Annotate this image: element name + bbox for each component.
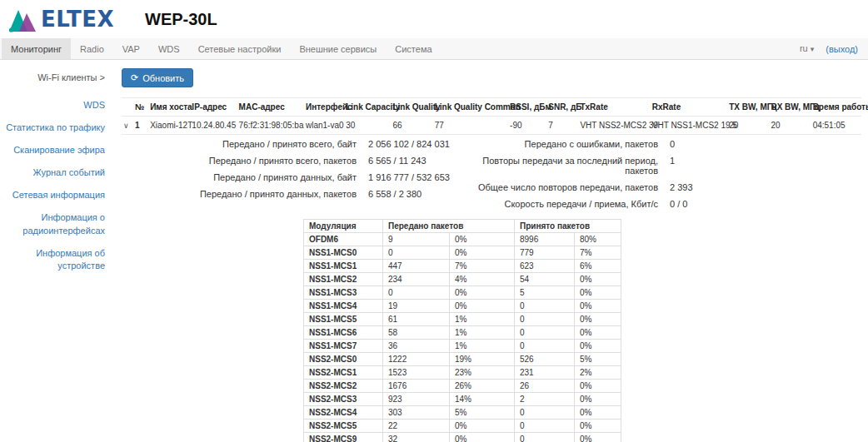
tx-count: 1222 — [383, 353, 450, 366]
tx-percent: 0% — [450, 233, 515, 246]
tx-count: 36 — [383, 340, 450, 353]
modulation-row: OFDM6 9 0% 8996 80% — [304, 233, 621, 246]
modulation-row: NSS1-MCS7 36 1% 0 0% — [304, 340, 621, 353]
stat-label: Передано с ошибками, пакетов — [465, 139, 658, 149]
tx-percent: 23% — [450, 366, 515, 380]
rx-count: 2 — [515, 393, 575, 406]
stat-value: 2 056 102 / 824 031 — [368, 139, 450, 149]
rx-count: 0 — [515, 300, 575, 313]
sidebar: Wi-Fi клиенты > WDS Статистика по трафик… — [0, 60, 110, 282]
sidebar-item-air-scan[interactable]: Сканирование эфира — [0, 144, 105, 157]
modulation-name: NSS1-MCS6 — [304, 326, 383, 340]
nav-tab-vap[interactable]: VAP — [113, 38, 149, 59]
modulation-name: NSS1-MCS3 — [304, 286, 383, 300]
tx-percent: 19% — [450, 353, 515, 366]
client-link-quality: 66 — [391, 117, 432, 135]
tx-percent: 0% — [450, 420, 515, 433]
modulation-header-row: Модуляция Передано пакетов Принято пакет… — [304, 220, 621, 233]
sidebar-item-device-info[interactable]: Информация об устройстве — [0, 247, 105, 274]
stat-value: 6 558 / 2 380 — [368, 189, 422, 199]
client-rxrate: VHT NSS1-MCS2 19.5 — [651, 117, 727, 135]
modulation-row: NSS2-MCS2 1676 26% 26 0% — [304, 380, 621, 393]
sidebar-item-wds[interactable]: WDS — [0, 99, 105, 112]
stat-label: Передано / принято всего, пакетов — [122, 156, 357, 166]
sidebar-item-network-info[interactable]: Сетевая информация — [0, 189, 105, 202]
rx-count: 0 — [515, 420, 575, 433]
clients-header-cell: Имя хоста — [148, 98, 190, 117]
client-txrate: VHT NSS2-MCS2 39 — [578, 117, 650, 135]
stat-label: Передано / принято данных, пакетов — [122, 189, 357, 199]
client-rx-bw: 20 — [769, 117, 811, 135]
refresh-icon: ⟳ — [131, 72, 138, 83]
nav-tab-system[interactable]: Система — [386, 38, 441, 59]
rx-count: 623 — [515, 260, 575, 273]
clients-header-cell: Интерфейс — [304, 98, 344, 117]
modulation-column-header: Модуляция — [304, 220, 383, 233]
nav-tab-radio[interactable]: Radio — [71, 38, 113, 59]
modulation-row: NSS2-MCS5 22 0% 0 0% — [304, 420, 621, 433]
clients-header-cell: TX BW, МГц — [727, 98, 769, 117]
clients-header-cell: Link Capacity — [344, 98, 391, 117]
rx-percent: 7% — [575, 246, 621, 260]
rx-count: 0 — [515, 433, 575, 442]
stat-value: 1 916 777 / 532 653 — [368, 172, 450, 182]
clients-header-cell: IP-адрес — [190, 98, 237, 117]
nav-tab-network-settings[interactable]: Сетевые настройки — [189, 38, 291, 59]
modulation-row: NSS1-MCS2 234 4% 54 0% — [304, 273, 621, 286]
tx-packets-column-header: Передано пакетов — [383, 220, 515, 233]
modulation-row: NSS1-MCS3 0 0% 5 0% — [304, 286, 621, 300]
nav-tab-monitoring[interactable]: Мониторинг — [2, 38, 71, 59]
language-dropdown[interactable]: ru ▾ — [800, 37, 814, 60]
nav-tab-external-services[interactable]: Внешние сервисы — [290, 38, 386, 59]
rx-count: 26 — [515, 380, 575, 393]
rx-count: 8996 — [515, 233, 575, 246]
rx-percent: 80% — [575, 233, 621, 246]
stat-label: Передано / принято всего, байт — [122, 139, 357, 149]
sidebar-item-traffic-stats[interactable]: Статистика по трафику — [0, 122, 105, 135]
nav-right: ru ▾ (выход) — [800, 38, 868, 59]
tx-count: 58 — [383, 326, 450, 340]
rx-count: 54 — [515, 273, 575, 286]
rx-percent: 0% — [575, 393, 621, 406]
tx-percent: 26% — [450, 380, 515, 393]
logout-link[interactable]: (выход) — [826, 38, 858, 60]
client-hostname: Xiaomi-12T — [148, 117, 190, 135]
eltex-logo[interactable]: ELTEX — [8, 6, 123, 32]
collapse-row-icon[interactable]: ∨ — [122, 117, 133, 135]
refresh-button[interactable]: ⟳ Обновить — [122, 68, 193, 87]
rx-count: 231 — [515, 366, 575, 380]
tx-count: 61 — [383, 313, 450, 326]
content-area: ⟳ Обновить №Имя хостаIP-адресMAC-адресИн… — [110, 60, 868, 442]
client-detail-stats: Передано / принято всего, байт 2 056 102… — [122, 139, 861, 216]
modulation-row: NSS1-MCS6 58 1% 0 0% — [304, 326, 621, 340]
stat-row: Передано / принято всего, байт 2 056 102… — [122, 139, 465, 149]
client-number: 1 — [133, 117, 148, 135]
rx-percent: 0% — [575, 380, 621, 393]
tx-count: 1523 — [383, 366, 450, 380]
rx-count: 0 — [515, 313, 575, 326]
modulation-name: NSS2-MCS2 — [304, 380, 383, 393]
tx-count: 0 — [383, 246, 450, 260]
rx-percent: 0% — [575, 340, 621, 353]
stat-row: Общее число повторов передачи, пакетов 2… — [465, 182, 693, 192]
modulation-row: NSS1-MCS0 0 0% 779 7% — [304, 246, 621, 260]
eltex-logo-mark — [8, 6, 38, 32]
tx-percent: 0% — [450, 246, 515, 260]
modulation-name: NSS1-MCS5 — [304, 313, 383, 326]
modulation-name: NSS1-MCS2 — [304, 273, 383, 286]
modulation-row: NSS2-MCS4 303 5% 0 0% — [304, 406, 621, 420]
clients-header-row: №Имя хостаIP-адресMAC-адресИнтерфейсLink… — [122, 98, 861, 117]
device-title: WEP-30L — [145, 10, 217, 29]
eltex-logo-text: ELTEX — [41, 7, 114, 32]
sidebar-item-event-log[interactable]: Журнал событий — [0, 166, 105, 180]
tx-percent: 1% — [450, 340, 515, 353]
nav-tab-wds[interactable]: WDS — [149, 38, 189, 59]
refresh-label: Обновить — [142, 73, 184, 83]
clients-header-cell: RSSI, дБм — [508, 98, 546, 117]
sidebar-item-radio-interfaces-info[interactable]: Информация о радиоинтерфейсах — [0, 211, 105, 238]
clients-header-cell: SNR, дБ — [546, 98, 578, 117]
main-area: Wi-Fi клиенты > WDS Статистика по трафик… — [0, 60, 868, 442]
stat-row: Передано с ошибками, пакетов 0 — [465, 139, 693, 149]
tx-percent: 1% — [450, 313, 515, 326]
sidebar-item-wifi-clients[interactable]: Wi-Fi клиенты > — [0, 72, 105, 85]
